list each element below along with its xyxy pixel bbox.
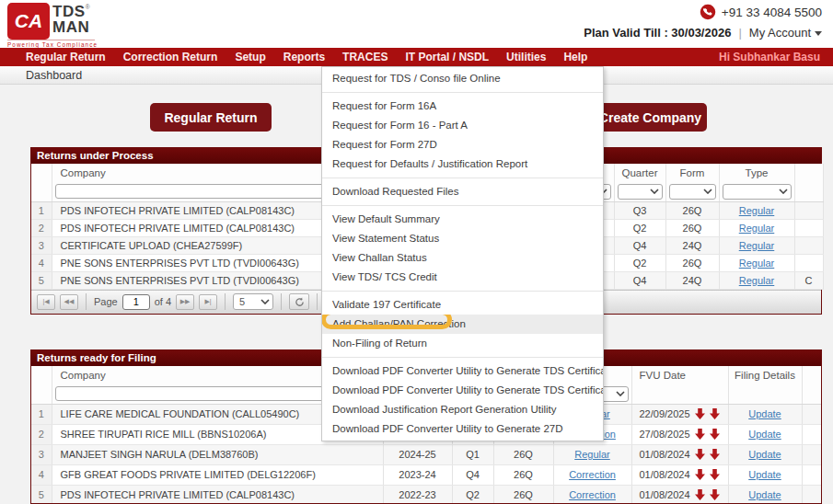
- menu-divider: [322, 357, 603, 358]
- cell-company: MANJEET SINGH NARULA (DELM38760B): [52, 444, 383, 464]
- menu-item[interactable]: Request for Form 16A: [322, 97, 603, 116]
- type-link[interactable]: Regular: [739, 275, 775, 286]
- menu-item[interactable]: Request for TDS / Conso file Online: [322, 69, 603, 88]
- logo-line2: MAN: [52, 19, 90, 35]
- menu-item[interactable]: Download Justification Report Generation…: [322, 400, 603, 419]
- download-icon[interactable]: [710, 408, 720, 420]
- refresh-icon: [295, 297, 305, 307]
- page-label: Page: [94, 296, 118, 307]
- download-icon[interactable]: [695, 469, 705, 481]
- regular-return-button[interactable]: Regular Return: [150, 103, 272, 132]
- menu-item[interactable]: Non-Filing of Return: [322, 334, 603, 353]
- menu-item[interactable]: Download PDF Converter Utility to Genera…: [322, 381, 603, 400]
- page-number-input[interactable]: [122, 294, 150, 310]
- my-account-menu[interactable]: My Account: [749, 26, 822, 40]
- menu-divider: [322, 291, 603, 292]
- nav-regular-return[interactable]: Regular Return: [26, 48, 106, 66]
- menu-item[interactable]: Download PDF Converter Utility to Genera…: [322, 361, 603, 381]
- create-company-button[interactable]: Create Company: [594, 103, 707, 132]
- type-link[interactable]: Regular: [739, 240, 775, 251]
- type-link[interactable]: Correction: [569, 489, 616, 500]
- table-row: 5 PDS INFOTECH PRIVATE LIMITED (CALP0814…: [31, 485, 822, 504]
- column-header-extra: [794, 164, 823, 182]
- registered-mark: ®: [86, 4, 90, 10]
- menu-item[interactable]: View Statement Status: [322, 229, 603, 248]
- menu-item-add-challan-pan-correction[interactable]: Add Challan/PAN Correction: [322, 315, 603, 334]
- cell-fvu-date: 01/08/2024: [640, 489, 690, 500]
- quarter-filter-select[interactable]: [618, 184, 663, 200]
- cell-fy: 2022-23: [383, 485, 452, 504]
- download-icon[interactable]: [695, 489, 705, 501]
- update-link[interactable]: Update: [748, 489, 781, 500]
- top-header: CA TDS® MAN Powering Tax Compliance +91 …: [0, 0, 833, 48]
- chevron-down-icon: [260, 299, 270, 304]
- refresh-button[interactable]: [289, 293, 309, 310]
- cell-form: 26Q: [665, 254, 719, 271]
- type-link[interactable]: Regular: [739, 223, 775, 234]
- menu-divider: [322, 92, 603, 93]
- form-filter-select[interactable]: [669, 184, 716, 200]
- download-icon[interactable]: [695, 408, 705, 420]
- update-link[interactable]: Update: [748, 429, 781, 440]
- menu-item[interactable]: Validate 197 Certificate: [322, 295, 603, 315]
- menu-item[interactable]: Request for Defaults / Justification Rep…: [322, 155, 603, 174]
- prev-page-button[interactable]: ◀◀: [60, 294, 78, 310]
- cell-form: 24Q: [665, 236, 719, 254]
- menu-item[interactable]: Download Requested Files: [322, 182, 603, 201]
- menu-item[interactable]: Request for Form 16 - Part A: [322, 116, 603, 135]
- menu-item[interactable]: View TDS/ TCS Credit: [322, 268, 603, 287]
- plan-valid-till: Plan Valid Till : 30/03/2026: [584, 26, 731, 40]
- type-link[interactable]: Regular: [739, 258, 775, 269]
- nav-help[interactable]: Help: [563, 48, 587, 66]
- cell-form: 26Q: [665, 219, 719, 236]
- column-header-num: [31, 366, 52, 384]
- page-of-label: of 4: [155, 296, 171, 307]
- cell-extra: [794, 254, 823, 271]
- nav-utilities[interactable]: Utilities: [506, 48, 546, 66]
- type-link[interactable]: Regular: [574, 449, 610, 460]
- nav-traces[interactable]: TRACES: [342, 48, 388, 66]
- table-row: 3 MANJEET SINGH NARULA (DELM38760B) 2024…: [31, 444, 822, 464]
- last-page-button[interactable]: ▶|: [199, 294, 217, 310]
- cell-quarter: Q2: [614, 254, 665, 271]
- update-link[interactable]: Update: [748, 449, 781, 460]
- nav-it-portal-nsdl[interactable]: IT Portal / NSDL: [405, 48, 489, 66]
- nav-setup[interactable]: Setup: [235, 48, 265, 66]
- update-link[interactable]: Update: [748, 408, 781, 419]
- nav-reports[interactable]: Reports: [283, 48, 325, 66]
- cell-quarter: Q4: [614, 236, 665, 254]
- cell-quarter: Q2: [452, 485, 493, 504]
- cell-fvu-date: 01/08/2024: [640, 449, 690, 460]
- download-icon[interactable]: [710, 449, 720, 461]
- menu-item[interactable]: View Default Summary: [322, 210, 603, 229]
- download-icon[interactable]: [695, 429, 705, 441]
- download-icon[interactable]: [710, 429, 720, 441]
- traces-dropdown-menu: Request for TDS / Conso file Online Requ…: [321, 66, 604, 441]
- cell-form: 24Q: [665, 271, 719, 289]
- download-icon[interactable]: [695, 449, 705, 461]
- type-link[interactable]: Correction: [569, 469, 616, 480]
- update-link[interactable]: Update: [748, 469, 781, 480]
- download-icon[interactable]: [710, 469, 720, 481]
- cell-quarter: Q2: [614, 219, 665, 236]
- page-size-select[interactable]: 5: [233, 293, 273, 310]
- phone-icon: [700, 4, 716, 20]
- menu-item[interactable]: View Challan Status: [322, 248, 603, 268]
- chevron-down-icon: [650, 189, 659, 194]
- next-page-button[interactable]: ▶▶: [176, 294, 194, 310]
- nav-correction-return[interactable]: Correction Return: [123, 48, 218, 66]
- type-link[interactable]: Regular: [739, 205, 775, 216]
- first-page-button[interactable]: |◀: [37, 294, 55, 310]
- column-header-form: Form: [665, 164, 719, 182]
- download-icon[interactable]: [710, 489, 720, 501]
- column-header-num: [31, 164, 52, 182]
- menu-item[interactable]: Request for Form 27D: [322, 135, 603, 155]
- logo-tagline: Powering Tax Compliance: [7, 40, 95, 48]
- chevron-down-icon: [815, 31, 822, 36]
- chevron-down-icon: [703, 189, 712, 194]
- column-header-quarter: Quarter: [614, 164, 665, 182]
- menu-item[interactable]: Download PDF Converter Utility to Genera…: [322, 419, 603, 439]
- type-filter-select[interactable]: [723, 184, 792, 200]
- table-row: 4 GFB GREAT FOODS PRIVATE LIMITED (DELG1…: [31, 464, 822, 485]
- cell-extra: [794, 236, 823, 254]
